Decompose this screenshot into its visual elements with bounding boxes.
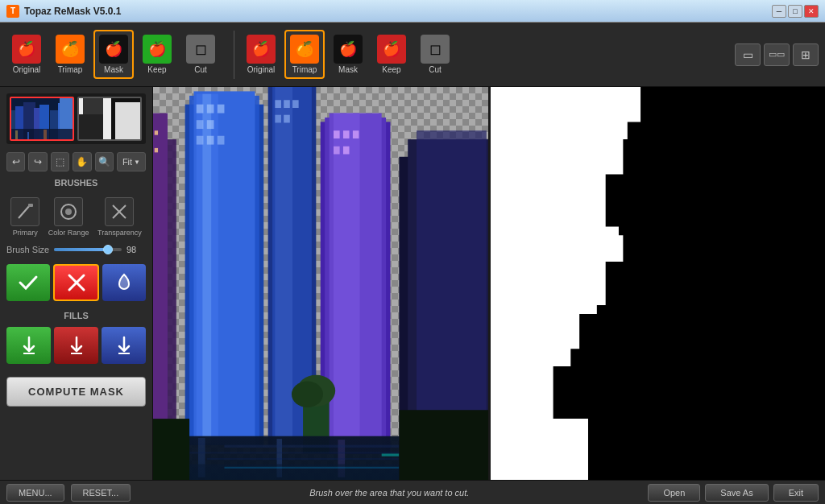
toolbar-keep-2[interactable]: 🍎 Keep (371, 30, 412, 79)
toolbar-keep[interactable]: 🍎 Keep (137, 30, 177, 79)
svg-rect-17 (115, 102, 142, 141)
svg-rect-34 (155, 130, 158, 134)
original-label: Original (13, 65, 40, 74)
fill-detail-button[interactable] (102, 327, 146, 364)
cut-brush-button[interactable] (53, 264, 100, 301)
left-canvas[interactable] (153, 87, 488, 480)
svg-rect-43 (207, 105, 214, 114)
fit-chevron: ▼ (134, 159, 140, 166)
trimap-label: Trimap (58, 65, 83, 74)
svg-rect-9 (11, 129, 74, 141)
exit-button[interactable]: Exit (773, 484, 819, 502)
brush-tools: Primary Color Range Tran (6, 194, 146, 240)
svg-rect-36 (155, 148, 158, 152)
slider-thumb[interactable] (103, 245, 113, 254)
detail-brush-icon (113, 271, 135, 294)
toolbar-separator-1 (234, 31, 234, 79)
thumb-image-2 (79, 98, 140, 139)
brush-size-label: Brush Size (6, 245, 49, 254)
left-panel: ↩ ↪ ⬚ ✋ 🔍 Fit ▼ BRUSHES Primary (0, 87, 153, 480)
color-range-brush-label: Color Range (48, 229, 89, 237)
transparency-brush-tool[interactable]: Transparency (94, 194, 145, 240)
maximize-button[interactable]: □ (788, 5, 802, 18)
primary-brush-tool[interactable]: Primary (7, 194, 43, 240)
svg-rect-48 (207, 136, 214, 145)
view-mode-buttons: ▭ ▭▭ ⊞ (735, 43, 819, 66)
toolbar-mask-2[interactable]: 🍎 Mask (328, 30, 368, 79)
close-button[interactable]: ✕ (804, 5, 819, 18)
original2-label: Original (247, 65, 275, 74)
hand-tool-button[interactable]: ✋ (73, 152, 91, 171)
toolbar-trimap[interactable]: 🍊 Trimap (50, 30, 90, 79)
right-canvas-mask (491, 87, 826, 480)
brush-size-control: Brush Size 98 (6, 245, 146, 254)
redo-button[interactable]: ↪ (28, 152, 47, 171)
detail-brush-button[interactable] (102, 264, 146, 301)
right-view-group: 🍎 Original 🍊 Trimap 🍎 Mask 🍎 Keep ◻ Cut (241, 30, 455, 79)
grid-view-button[interactable]: ⊞ (793, 43, 819, 66)
cut-brush-icon (65, 271, 88, 294)
split-view-button[interactable]: ▭▭ (764, 43, 790, 66)
keep-label: Keep (147, 65, 166, 74)
toolbar-original[interactable]: 🍎 Original (6, 30, 47, 79)
single-view-button[interactable]: ▭ (735, 43, 761, 66)
thumbnail-1[interactable] (10, 97, 74, 141)
minimize-button[interactable]: ─ (772, 5, 786, 18)
keep-brush-icon (17, 271, 39, 294)
cut2-icon: ◻ (421, 35, 450, 64)
svg-rect-19 (28, 204, 33, 207)
toolbar-cut-2[interactable]: ◻ Cut (415, 30, 455, 79)
zoom-tool-button[interactable]: 🔍 (95, 152, 114, 171)
brush-size-slider[interactable] (54, 248, 122, 251)
svg-rect-57 (284, 115, 290, 123)
primary-brush-icon (10, 197, 39, 226)
thumbnails-area (6, 93, 146, 144)
status-hint-text: Brush over the area that you want to cut… (137, 488, 641, 498)
trimap-icon: 🍊 (56, 35, 85, 64)
open-button[interactable]: Open (648, 484, 700, 502)
cut-icon: ◻ (186, 35, 215, 64)
right-canvas[interactable] (491, 87, 826, 480)
svg-rect-64 (353, 130, 359, 138)
keep-icon: 🍎 (143, 35, 172, 64)
fill-keep-icon (19, 335, 39, 356)
transparency-brush-icon (105, 197, 134, 226)
compute-mask-button[interactable]: COMPUTE MASK (6, 377, 146, 407)
svg-rect-53 (275, 100, 281, 108)
fill-cut-icon (66, 335, 87, 356)
fill-detail-icon (114, 335, 135, 356)
svg-rect-88 (399, 410, 487, 480)
thumbnail-2[interactable] (77, 97, 142, 141)
top-toolbar: 🍎 Original 🍊 Trimap 🍎 Mask 🍎 Keep ◻ Cut … (0, 23, 825, 87)
svg-rect-62 (334, 130, 340, 138)
fit-button[interactable]: Fit ▼ (117, 152, 146, 171)
fill-cut-button[interactable] (54, 327, 98, 364)
undo-button[interactable]: ↩ (6, 152, 25, 171)
brush-size-value: 98 (126, 245, 146, 254)
mask2-icon: 🍎 (334, 35, 363, 64)
svg-rect-56 (275, 115, 281, 123)
keep2-icon: 🍎 (377, 35, 406, 64)
svg-rect-49 (218, 136, 225, 145)
toolbar-cut[interactable]: ◻ Cut (180, 30, 221, 79)
fill-keep-button[interactable] (6, 327, 51, 364)
svg-rect-52 (275, 87, 292, 445)
color-range-brush-tool[interactable]: Color Range (45, 194, 93, 240)
svg-rect-55 (292, 100, 299, 108)
select-button[interactable]: ⬚ (51, 152, 69, 171)
svg-rect-66 (343, 147, 350, 155)
status-bar: MENU... RESET... Brush over the area tha… (0, 480, 825, 504)
primary-brush-label: Primary (13, 229, 38, 237)
app-icon: T (6, 5, 19, 18)
toolbar-original-2[interactable]: 🍎 Original (241, 30, 281, 79)
main-content: ↩ ↪ ⬚ ✋ 🔍 Fit ▼ BRUSHES Primary (0, 87, 825, 480)
toolbar-trimap-2[interactable]: 🍊 Trimap (284, 30, 325, 79)
window-controls: ─ □ ✕ (772, 5, 819, 18)
menu-button[interactable]: MENU... (6, 484, 64, 502)
keep-brush-button[interactable] (6, 264, 50, 301)
svg-rect-44 (218, 105, 225, 114)
reset-button[interactable]: RESET... (71, 484, 131, 502)
left-view-group: 🍎 Original 🍊 Trimap 🍎 Mask 🍎 Keep ◻ Cut (6, 30, 221, 79)
save-as-button[interactable]: Save As (705, 484, 768, 502)
toolbar-mask[interactable]: 🍎 Mask (93, 30, 134, 79)
